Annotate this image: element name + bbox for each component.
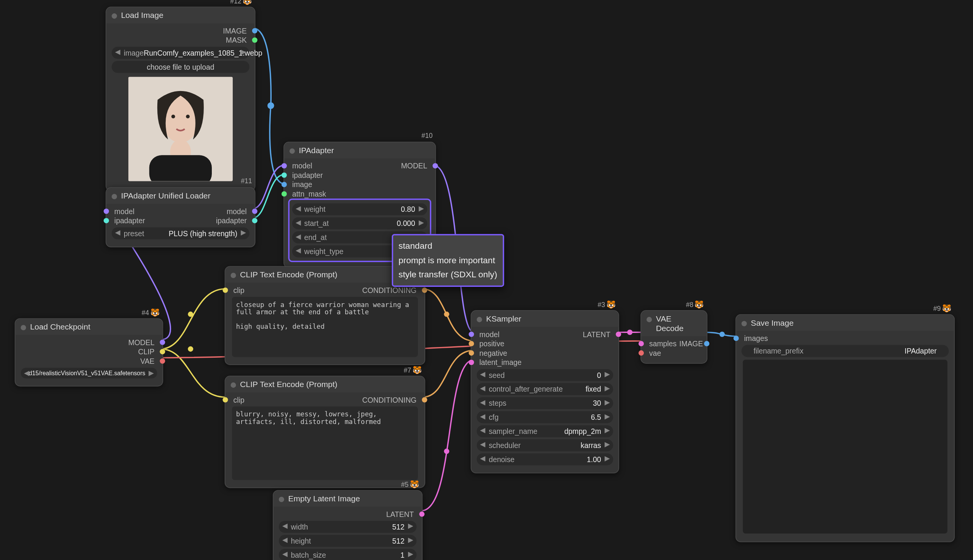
node-title[interactable]: CLIP Text Encode (Prompt) [225,377,425,392]
widget-sampler[interactable]: ◀sampler_namedpmpp_2m▶ [477,425,613,437]
out-image: IMAGE [222,27,248,35]
node-vae-decode[interactable]: #8🐯 VAE Decode samplesIMAGE vae [640,310,708,363]
svg-point-9 [172,115,175,118]
node-title[interactable]: Load Image [106,7,255,23]
svg-point-5 [627,330,632,335]
svg-point-1 [188,346,193,352]
cat-icon: 🐯 [695,300,704,309]
widget-preset[interactable]: ◀presetPLUS (high strength)▶ [112,227,250,240]
cat-icon: 🐯 [606,300,616,309]
widget-image-file[interactable]: ◀imageRunComfy_examples_1085_1.webp▶ [112,47,250,59]
prompt-text[interactable]: blurry, noisy, messy, lowres, jpeg, arti… [232,407,418,480]
node-title[interactable]: Load Checkpoint [15,319,162,335]
tooltip-option[interactable]: standard [398,239,497,253]
node-empty-latent[interactable]: #5🐯 Empty Latent Image LATENT ◀width512▶… [273,490,423,560]
svg-point-0 [267,102,274,109]
node-ksampler[interactable]: #3🐯 KSampler modelLATENT positive negati… [471,310,620,473]
widget-steps[interactable]: ◀steps30▶ [477,397,613,409]
node-title[interactable]: KSampler [471,311,618,327]
widget-seed[interactable]: ◀seed0▶ [477,369,613,381]
cat-icon: 🐯 [243,0,252,5]
widget-width[interactable]: ◀width512▶ [279,521,417,533]
svg-point-10 [186,115,190,118]
widget-height[interactable]: ◀height512▶ [279,535,417,547]
widget-denoise[interactable]: ◀denoise1.00▶ [477,453,613,465]
weight-type-tooltip[interactable]: standard prompt is more important style … [392,234,504,287]
node-ipadapter-loader[interactable]: #11 IPAdapter Unified Loader modelmodel … [105,187,255,247]
widget-cfg[interactable]: ◀cfg6.5▶ [477,411,613,423]
cat-icon: 🐯 [410,480,420,489]
node-title[interactable]: IPAdapter [284,142,435,158]
node-save-image[interactable]: #9🐯 Save Image images filename_prefixIPA… [736,314,955,542]
node-load-checkpoint[interactable]: #4🐯 Load Checkpoint MODEL CLIP VAE ◀d15/… [15,318,163,386]
widget-filename-prefix[interactable]: filename_prefixIPAdapter [741,345,949,357]
node-load-image[interactable]: #12🐯 Load Image IMAGE MASK ◀imageRunComf… [105,7,255,191]
node-title[interactable]: VAE Decode [641,311,707,337]
node-title[interactable]: Empty Latent Image [273,491,422,507]
out-mask: MASK [224,36,248,44]
svg-point-4 [444,449,449,454]
cat-icon: 🐯 [150,308,160,317]
tooltip-option[interactable]: style transfer (SDXL only) [398,267,497,282]
svg-rect-12 [149,155,212,181]
svg-point-2 [188,312,193,317]
widget-ckpt[interactable]: ◀d15/realisticVisionV51_v51VAE.safetenso… [20,368,157,378]
cat-icon: 🐯 [413,366,422,375]
node-title[interactable]: Save Image [736,315,954,331]
image-preview [128,77,233,181]
widget-start-at[interactable]: ◀start_at0.000▶ [292,217,427,229]
widget-weight[interactable]: ◀weight0.80▶ [292,203,427,216]
prompt-text[interactable]: closeup of a fierce warrior woman wearin… [232,297,418,357]
node-clip-negative[interactable]: #7🐯 CLIP Text Encode (Prompt) clipCONDIT… [225,376,426,488]
cat-icon: 🐯 [942,304,952,313]
svg-point-3 [444,312,449,317]
svg-point-6 [719,332,725,337]
upload-button[interactable]: choose file to upload [112,61,250,73]
widget-control-after[interactable]: ◀control_after_generatefixed▶ [477,383,613,395]
widget-batch[interactable]: ◀batch_size1▶ [279,549,417,560]
node-title[interactable]: IPAdapter Unified Loader [106,188,255,204]
output-preview [743,360,948,533]
tooltip-option[interactable]: prompt is more important [398,253,497,267]
widget-scheduler[interactable]: ◀schedulerkarras▶ [477,439,613,452]
